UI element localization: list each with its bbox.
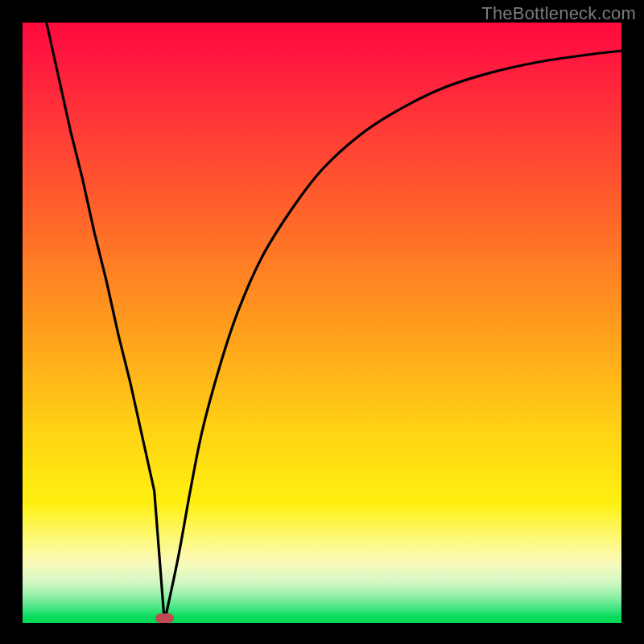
credit-label: TheBottleneck.com — [481, 3, 636, 24]
bottleneck-curve — [23, 23, 621, 623]
optimal-marker — [155, 613, 174, 623]
chart-frame: TheBottleneck.com — [0, 0, 644, 644]
plot-area — [23, 23, 621, 623]
